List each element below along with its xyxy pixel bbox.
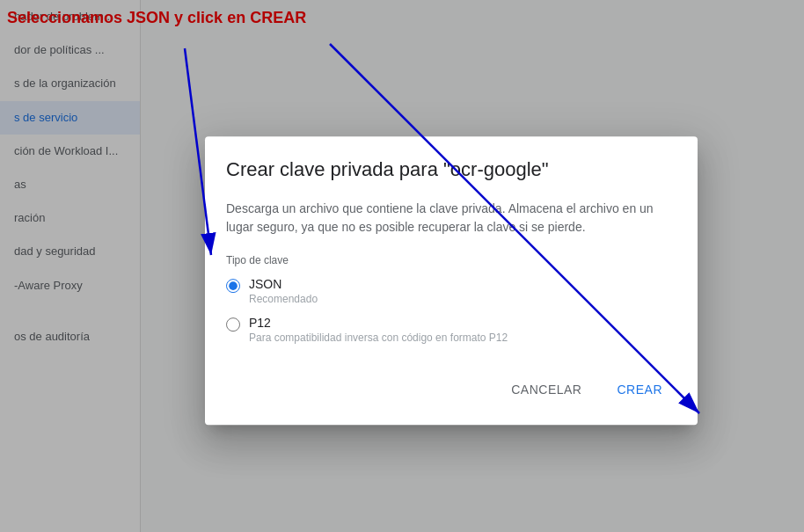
create-key-dialog: Crear clave privada para "ocr-google" De…	[205, 136, 698, 426]
key-type-label: Tipo de clave	[226, 254, 676, 266]
p12-label-group: P12 Para compatibilidad inversa con códi…	[249, 316, 508, 344]
p12-option[interactable]: P12 Para compatibilidad inversa con códi…	[226, 316, 676, 344]
key-type-radio-group: JSON Recomendado P12 Para compatibilidad…	[226, 277, 676, 344]
p12-sublabel: Para compatibilidad inversa con código e…	[249, 332, 508, 344]
json-radio[interactable]	[226, 279, 240, 293]
cancel-button[interactable]: CANCELAR	[497, 375, 596, 404]
json-label[interactable]: JSON	[249, 277, 318, 291]
json-label-group: JSON Recomendado	[249, 277, 318, 305]
json-option[interactable]: JSON Recomendado	[226, 277, 676, 305]
json-sublabel: Recomendado	[249, 293, 318, 305]
create-button[interactable]: CREAR	[603, 375, 676, 404]
dialog-title: Crear clave privada para "ocr-google"	[226, 157, 676, 183]
p12-radio[interactable]	[226, 317, 240, 332]
dialog-actions: CANCELAR CREAR	[226, 361, 676, 404]
p12-label[interactable]: P12	[249, 316, 508, 330]
dialog-description: Descarga un archivo que contiene la clav…	[226, 200, 676, 237]
